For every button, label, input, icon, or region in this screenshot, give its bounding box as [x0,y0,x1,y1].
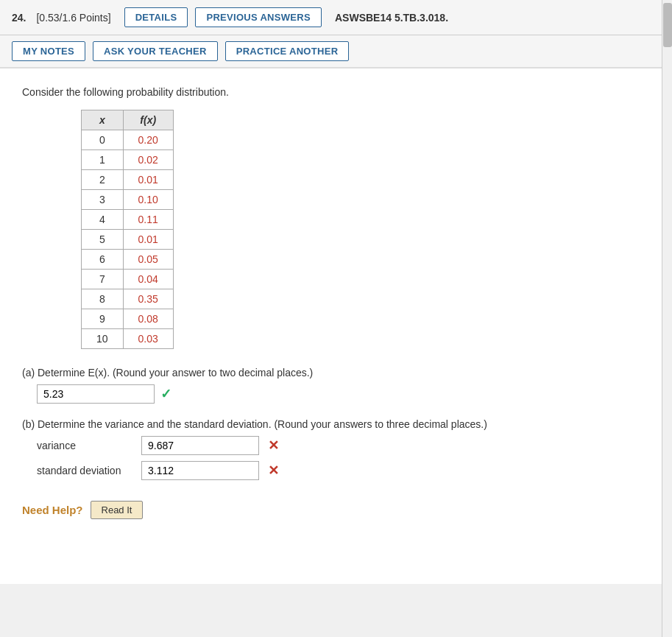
my-notes-button[interactable]: MY NOTES [12,41,85,61]
stddev-input[interactable] [141,461,259,480]
part-a-question: Determine E(x). (Round your answer to tw… [38,367,313,379]
part-a-section: (a) Determine E(x). (Round your answer t… [22,367,650,404]
variance-input[interactable] [141,436,259,455]
stddev-label: standard deviation [37,465,132,476]
probability-table: x f(x) 00.2010.0220.0130.1040.1150.0160.… [81,110,174,349]
table-cell-x: 7 [82,270,124,289]
table-cell-x: 3 [82,190,124,210]
table-cell-x: 5 [82,230,124,250]
second-bar: MY NOTES ASK YOUR TEACHER PRACTICE ANOTH… [0,35,672,68]
table-header-x: x [82,110,124,130]
problem-intro: Consider the following probability distr… [22,86,650,98]
table-row: 00.20 [82,130,174,150]
part-b-section: (b) Determine the variance and the stand… [22,418,650,480]
table-cell-fx: 0.35 [123,289,173,309]
table-row: 50.01 [82,230,174,250]
variance-row: variance ✕ [37,436,650,455]
table-cell-fx: 0.08 [123,309,173,329]
table-cell-fx: 0.11 [123,210,173,230]
points-label: [0.53/1.6 Points] [36,12,110,24]
table-row: 60.05 [82,250,174,270]
table-row: 90.08 [82,309,174,329]
table-row: 30.10 [82,190,174,210]
table-cell-fx: 0.01 [123,230,173,250]
table-cell-x: 6 [82,250,124,270]
table-cell-x: 9 [82,309,124,329]
table-cell-fx: 0.02 [123,150,173,170]
stddev-x-icon: ✕ [268,462,279,479]
part-a-label: (a) Determine E(x). (Round your answer t… [22,367,650,379]
table-cell-fx: 0.20 [123,130,173,150]
top-bar: 24. [0.53/1.6 Points] DETAILS PREVIOUS A… [0,0,672,35]
table-cell-fx: 0.05 [123,250,173,270]
table-cell-fx: 0.04 [123,270,173,289]
read-it-button[interactable]: Read It [91,501,144,519]
previous-answers-button[interactable]: PREVIOUS ANSWERS [195,7,322,27]
table-cell-x: 1 [82,150,124,170]
table-cell-x: 0 [82,130,124,150]
variance-x-icon: ✕ [268,437,279,454]
table-cell-fx: 0.03 [123,329,173,349]
ask-teacher-button[interactable]: ASK YOUR TEACHER [93,41,218,61]
table-cell-x: 10 [82,329,124,349]
part-b-letter: (b) [22,418,38,430]
details-button[interactable]: DETAILS [124,7,188,27]
part-a-check-icon: ✓ [160,386,171,402]
need-help-label: Need Help? [22,504,83,516]
table-row: 80.35 [82,289,174,309]
table-cell-x: 4 [82,210,124,230]
practice-another-button[interactable]: PRACTICE ANOTHER [225,41,350,61]
need-help-section: Need Help? Read It [22,501,650,519]
table-cell-fx: 0.01 [123,170,173,190]
table-row: 20.01 [82,170,174,190]
content-area: Consider the following probability distr… [0,68,672,584]
part-b-question: Determine the variance and the standard … [38,418,487,430]
stddev-row: standard deviation ✕ [37,461,650,480]
table-row: 100.03 [82,329,174,349]
table-cell-fx: 0.10 [123,190,173,210]
question-number: 24. [12,12,26,24]
table-row: 40.11 [82,210,174,230]
table-cell-x: 2 [82,170,124,190]
table-row: 10.02 [82,150,174,170]
part-b-label: (b) Determine the variance and the stand… [22,418,650,430]
scrollbar[interactable] [662,0,672,584]
part-a-letter: (a) [22,367,38,379]
variance-label: variance [37,440,132,451]
table-header-fx: f(x) [123,110,173,130]
table-cell-x: 8 [82,289,124,309]
table-row: 70.04 [82,270,174,289]
assignment-id: ASWSBE14 5.TB.3.018. [335,12,448,24]
scroll-thumb[interactable] [663,3,672,47]
part-a-input[interactable] [37,384,155,404]
part-a-answer-row: ✓ [37,384,650,404]
